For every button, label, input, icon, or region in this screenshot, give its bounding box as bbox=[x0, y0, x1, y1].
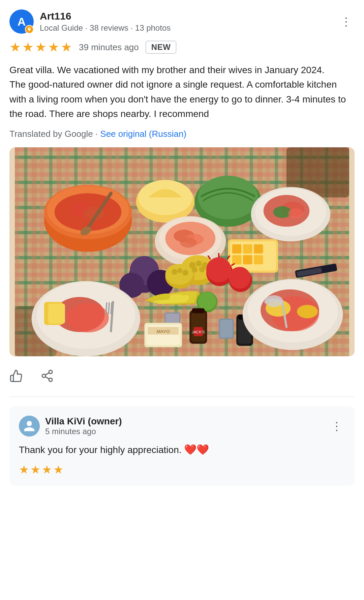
new-badge: NEW bbox=[146, 41, 177, 54]
owner-star-2: ★ bbox=[30, 463, 40, 476]
owner-star-4: ★ bbox=[53, 463, 63, 476]
heart-emojis: ❤️❤️ bbox=[184, 444, 209, 455]
action-row bbox=[9, 366, 355, 396]
review-card: A Art116 Local Guide · 38 reviews · 13 p… bbox=[0, 0, 364, 486]
svg-rect-38 bbox=[254, 244, 263, 253]
owner-star-1: ★ bbox=[19, 463, 29, 476]
svg-point-49 bbox=[196, 261, 202, 266]
svg-line-77 bbox=[111, 303, 112, 313]
local-guide-badge bbox=[25, 25, 34, 34]
translation-row: Translated by Google · See original (Rus… bbox=[9, 129, 355, 139]
reviewer-meta: Local Guide · 38 reviews · 13 photos bbox=[40, 23, 171, 33]
owner-header: Villa KiVi (owner) 5 minutes ago ⋮ bbox=[19, 416, 345, 437]
svg-point-57 bbox=[182, 270, 188, 275]
svg-point-33 bbox=[180, 237, 197, 247]
reviewer-header: A Art116 Local Guide · 38 reviews · 13 p… bbox=[9, 9, 355, 34]
star-2: ★ bbox=[22, 40, 34, 55]
svg-point-21 bbox=[198, 176, 258, 219]
reviewer-left: A Art116 Local Guide · 38 reviews · 13 p… bbox=[9, 9, 171, 34]
svg-point-56 bbox=[177, 268, 182, 273]
svg-line-76 bbox=[109, 303, 109, 313]
owner-star-rating: ★ ★ ★ ★ bbox=[19, 463, 345, 476]
owner-more-options-icon[interactable]: ⋮ bbox=[328, 418, 345, 434]
star-1: ★ bbox=[9, 40, 21, 55]
avatar-initial: A bbox=[18, 15, 26, 28]
svg-point-59 bbox=[206, 257, 231, 282]
svg-line-106 bbox=[45, 377, 49, 379]
star-rating: ★ ★ ★ ★ ★ bbox=[9, 40, 72, 55]
svg-rect-93 bbox=[220, 320, 233, 337]
share-icon bbox=[40, 369, 54, 386]
svg-rect-85 bbox=[191, 312, 205, 341]
svg-rect-73 bbox=[48, 303, 65, 324]
svg-rect-41 bbox=[254, 255, 263, 264]
svg-rect-39 bbox=[232, 255, 241, 264]
svg-rect-36 bbox=[232, 244, 241, 253]
svg-rect-37 bbox=[243, 244, 252, 253]
reviewer-name: Art116 bbox=[40, 10, 171, 22]
star-4: ★ bbox=[48, 40, 59, 55]
svg-point-99 bbox=[297, 305, 318, 318]
share-button[interactable] bbox=[40, 369, 54, 386]
owner-time: 5 minutes ago bbox=[45, 427, 122, 436]
food-photo: MAYO JACK'S bbox=[9, 147, 355, 356]
review-image: MAYO JACK'S bbox=[9, 147, 355, 356]
time-ago: 39 minutes ago bbox=[79, 42, 139, 53]
svg-rect-88 bbox=[192, 308, 205, 313]
owner-reply-text: Thank you for your highly appreciation. … bbox=[19, 442, 345, 458]
svg-point-54 bbox=[165, 264, 193, 285]
svg-rect-40 bbox=[243, 255, 252, 264]
star-3: ★ bbox=[35, 40, 47, 55]
svg-point-52 bbox=[199, 266, 205, 272]
svg-text:JACK'S: JACK'S bbox=[192, 330, 205, 334]
local-guide-icon bbox=[27, 27, 32, 32]
reviewer-info: Art116 Local Guide · 38 reviews · 13 pho… bbox=[40, 10, 171, 33]
see-original-link[interactable]: See original (Russian) bbox=[100, 129, 186, 139]
rating-row: ★ ★ ★ ★ ★ 39 minutes ago NEW bbox=[9, 40, 355, 55]
owner-name: Villa KiVi (owner) bbox=[45, 416, 122, 427]
review-text: Great villa. We vacationed with my broth… bbox=[9, 63, 355, 121]
svg-line-107 bbox=[45, 372, 49, 375]
avatar-wrapper: A bbox=[9, 9, 34, 34]
svg-point-55 bbox=[172, 269, 177, 274]
owner-info: Villa KiVi (owner) 5 minutes ago bbox=[45, 416, 122, 436]
divider bbox=[9, 396, 355, 397]
translation-prefix: Translated by Google · bbox=[9, 129, 100, 139]
owner-avatar bbox=[19, 416, 40, 437]
svg-point-67 bbox=[198, 292, 216, 310]
owner-reply: Villa KiVi (owner) 5 minutes ago ⋮ Thank… bbox=[9, 406, 355, 486]
svg-line-75 bbox=[106, 303, 107, 313]
svg-point-65 bbox=[229, 267, 250, 288]
thumbs-up-icon bbox=[9, 369, 23, 386]
owner-left: Villa KiVi (owner) 5 minutes ago bbox=[19, 416, 122, 437]
svg-point-100 bbox=[265, 295, 283, 307]
star-5: ★ bbox=[61, 40, 72, 55]
person-icon bbox=[23, 420, 36, 432]
svg-text:MAYO: MAYO bbox=[157, 329, 170, 334]
more-options-icon[interactable]: ⋮ bbox=[338, 13, 355, 30]
svg-point-71 bbox=[67, 303, 109, 332]
owner-star-3: ★ bbox=[42, 463, 52, 476]
like-button[interactable] bbox=[9, 369, 23, 386]
svg-point-27 bbox=[288, 208, 303, 218]
